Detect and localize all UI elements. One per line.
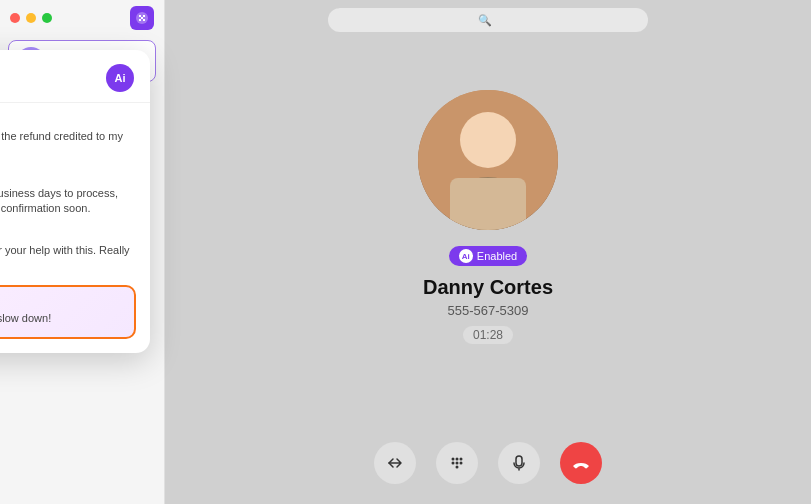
mute-button[interactable]	[498, 442, 540, 484]
search-bar[interactable]: 🔍	[328, 8, 648, 32]
svg-point-17	[452, 462, 455, 465]
svg-point-18	[456, 462, 459, 465]
dialpad-logo	[130, 6, 154, 30]
svg-point-19	[460, 462, 463, 465]
main-area: 📞 💬 📹 🔍 Transcript Assists Ai	[165, 0, 811, 504]
titlebar	[0, 0, 164, 36]
transcript-item-2: Claudia Aguirre Refunds take between 3-5…	[0, 172, 136, 217]
call-screen: Transcript Assists Ai Danny Co	[165, 0, 811, 504]
search-icon: 🔍	[478, 14, 492, 27]
transcript-text-1: How long does it take to see the refund …	[0, 129, 136, 160]
ai-badge-icon: Ai	[459, 249, 473, 263]
transcript-text-3: Amazing, thanks so much for your help wi…	[0, 243, 136, 274]
maximize-dot[interactable]	[42, 13, 52, 23]
popup-ai-icon[interactable]: Ai	[106, 64, 134, 92]
transcript-item-3: Danny Cortes Amazing, thanks so much for…	[0, 229, 136, 274]
close-dot[interactable]	[10, 13, 20, 23]
minimize-dot[interactable]	[26, 13, 36, 23]
transcript-content-3: Danny Cortes Amazing, thanks so much for…	[0, 229, 136, 274]
transcript-popup: Transcript Assists Ai Danny Co	[0, 50, 150, 353]
enabled-badge: Ai Enabled	[449, 246, 527, 266]
contact-name: Danny Cortes	[423, 276, 553, 299]
svg-rect-13	[450, 178, 526, 230]
transcript-content-2: Claudia Aguirre Refunds take between 3-5…	[0, 172, 136, 217]
transcript-sender-2: Claudia Aguirre	[0, 172, 136, 184]
svg-point-14	[452, 458, 455, 461]
transcript-item-1: Danny Cortes How long does it take to se…	[0, 115, 136, 160]
transcript-sender-3: Danny Cortes	[0, 229, 136, 241]
end-call-button[interactable]	[560, 442, 602, 484]
ai-sender-name: Dialpad Ai	[0, 297, 122, 309]
contact-panel: Ai Enabled Danny Cortes 555-567-5309 01:…	[418, 40, 558, 344]
contact-photo-inner	[418, 90, 558, 230]
svg-point-20	[456, 466, 459, 469]
contact-avatar-svg	[418, 90, 558, 230]
svg-point-16	[460, 458, 463, 461]
transfer-button[interactable]	[374, 442, 416, 484]
transcript-text-2: Refunds take between 3-5 business days t…	[0, 186, 136, 217]
contact-photo	[418, 90, 558, 230]
keypad-button[interactable]	[436, 442, 478, 484]
ai-content: Dialpad Ai You're speaking too fast, slo…	[0, 297, 122, 326]
svg-point-15	[456, 458, 459, 461]
call-duration-badge: 01:28	[463, 326, 513, 344]
enabled-badge-label: Enabled	[477, 250, 517, 262]
transcript-sender-1: Danny Cortes	[0, 115, 136, 127]
transcript-content-1: Danny Cortes How long does it take to se…	[0, 115, 136, 160]
ai-icon-label: Ai	[115, 72, 126, 84]
contact-phone: 555-567-5309	[448, 303, 529, 318]
call-controls	[165, 442, 811, 484]
ai-badge-inner: Ai	[462, 252, 470, 261]
transcript-list: Danny Cortes How long does it take to se…	[0, 103, 150, 285]
popup-tabs: Transcript Assists Ai	[0, 50, 150, 103]
dialpad-ai-message: Ai Dialpad Ai You're speaking too fast, …	[0, 285, 136, 338]
svg-point-11	[460, 112, 516, 168]
ai-message-text: You're speaking too fast, slow down!	[0, 311, 122, 326]
